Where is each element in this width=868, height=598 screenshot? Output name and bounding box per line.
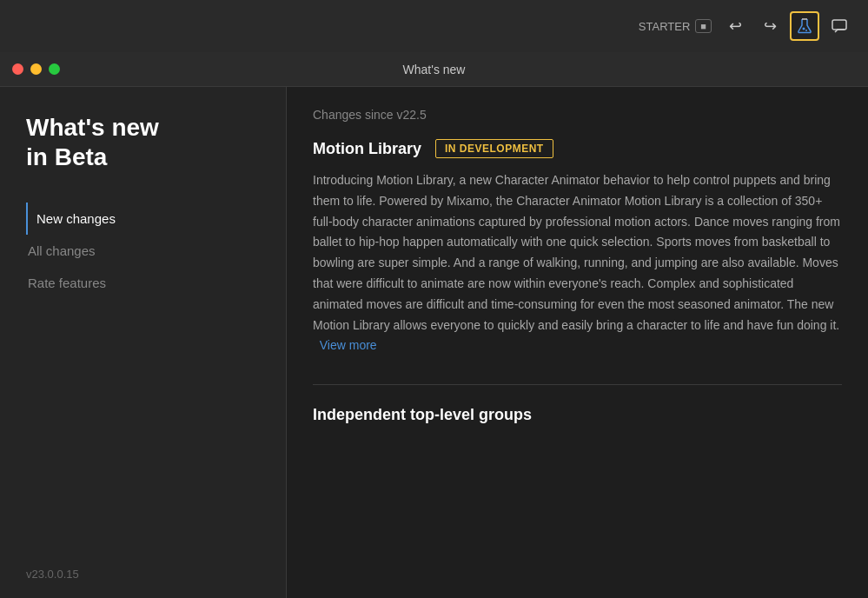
independent-groups-section: Independent top-level groups (313, 406, 842, 424)
whats-new-window: What's new What's new in Beta New change… (0, 52, 868, 598)
beta-lab-button[interactable] (790, 11, 819, 41)
minimize-button[interactable] (30, 63, 42, 75)
motion-library-section: Motion Library IN DEVELOPMENT Introducin… (313, 139, 842, 356)
section-header: Motion Library IN DEVELOPMENT (313, 139, 842, 158)
sidebar-item-all-changes[interactable]: All changes (26, 235, 260, 267)
window-controls (12, 63, 60, 75)
svg-point-0 (803, 28, 805, 30)
independent-groups-title: Independent top-level groups (313, 406, 842, 424)
svg-rect-2 (832, 20, 846, 30)
motion-library-title: Motion Library (313, 140, 421, 158)
view-more-link[interactable]: View more (320, 338, 377, 352)
title-bar: What's new (0, 52, 868, 87)
close-button[interactable] (12, 63, 23, 75)
window-title: What's new (403, 63, 466, 76)
sidebar-item-new-changes[interactable]: New changes (26, 203, 260, 235)
svg-point-1 (805, 30, 807, 31)
changes-since-label: Changes since v22.5 (313, 108, 842, 122)
starter-label: STARTER (639, 20, 690, 33)
os-toolbar: STARTER ■ ↩ ↪ (0, 0, 868, 52)
sidebar: What's new in Beta New changes All chang… (0, 87, 287, 598)
window-body: What's new in Beta New changes All chang… (0, 87, 868, 598)
maximize-button[interactable] (49, 63, 60, 75)
main-content: Changes since v22.5 Motion Library IN DE… (287, 87, 868, 598)
os-action-buttons: ↩ ↪ (720, 11, 854, 41)
sidebar-nav: New changes All changes Rate features (26, 203, 260, 299)
undo-button[interactable]: ↩ (720, 11, 750, 41)
chat-button[interactable] (825, 11, 854, 41)
section-divider (313, 384, 842, 385)
in-development-badge: IN DEVELOPMENT (435, 139, 553, 158)
motion-library-body: Introducing Motion Library, a new Charac… (313, 170, 842, 356)
starter-icon: ■ (695, 19, 712, 33)
sidebar-heading: What's new in Beta (26, 113, 260, 171)
starter-plan-indicator: STARTER ■ (639, 19, 712, 33)
redo-button[interactable]: ↪ (755, 11, 785, 41)
version-label: v23.0.0.15 (26, 568, 260, 581)
sidebar-item-rate-features[interactable]: Rate features (26, 267, 260, 299)
